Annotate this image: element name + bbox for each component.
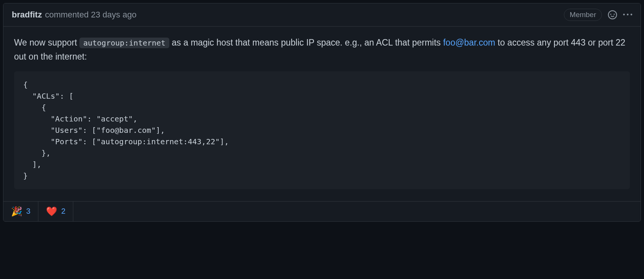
comment-header: bradfitz commented 23 days ago Member	[3, 3, 641, 27]
header-left: bradfitz commented 23 days ago	[12, 10, 136, 20]
heart-icon: ❤️	[46, 206, 57, 217]
commented-label: commented 23 days ago	[45, 10, 136, 20]
inline-code: autogroup:internet	[79, 38, 169, 48]
code-block: { "ACLs": [ { "Action": "accept", "Users…	[14, 71, 630, 189]
reaction-count: 2	[61, 207, 65, 216]
comment-text: We now support autogroup:internet as a m…	[14, 36, 630, 64]
reaction-count: 3	[26, 207, 30, 216]
reaction-tada[interactable]: 🎉 3	[3, 202, 38, 221]
comment-container: bradfitz commented 23 days ago Member We…	[3, 3, 641, 222]
email-link[interactable]: foo@bar.com	[443, 38, 495, 47]
header-right: Member	[564, 9, 632, 21]
reactions-bar: 🎉 3 ❤️ 2	[3, 201, 641, 221]
emoji-reaction-icon[interactable]	[608, 10, 617, 19]
timestamp[interactable]: 23 days ago	[91, 10, 137, 19]
kebab-menu-icon[interactable]	[623, 10, 632, 19]
tada-icon: 🎉	[11, 206, 22, 217]
comment-body: We now support autogroup:internet as a m…	[3, 27, 641, 201]
member-badge: Member	[564, 9, 602, 21]
text-segment: We now support	[14, 38, 79, 47]
reaction-heart[interactable]: ❤️ 2	[38, 202, 73, 221]
author-link[interactable]: bradfitz	[12, 10, 42, 20]
text-segment: as a magic host that means public IP spa…	[169, 38, 443, 47]
